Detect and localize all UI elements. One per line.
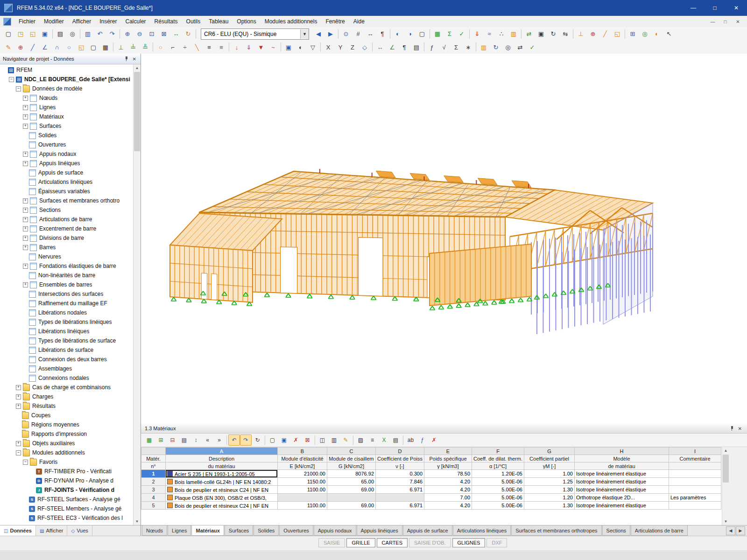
chevron-down-icon[interactable]: ▼ <box>300 29 309 39</box>
member-set-button[interactable]: ≡ <box>215 41 227 53</box>
tree-item-types-de-liberations-de-surface[interactable]: Types de libérations de surface <box>0 336 133 345</box>
tree-item-ouvertures[interactable]: Ouvertures <box>0 140 133 149</box>
cell-shear[interactable]: 8076.92 <box>327 470 376 478</box>
tree-item-divisions-de-barre[interactable]: +Divisions de barre <box>0 233 133 243</box>
cell-description[interactable]: Plaque OSB (EN 300), OSB/2 et OSB/3, <box>166 494 278 502</box>
cell-dilatation[interactable]: 1.20E-05 <box>472 470 524 478</box>
dimensions-button[interactable]: ↔ <box>364 28 376 40</box>
tree-item-ensembles-de-barres[interactable]: +Ensembles de barres <box>0 280 133 289</box>
menu-inserer[interactable]: Insérer <box>95 16 121 27</box>
scroll-down-icon[interactable]: ▼ <box>134 518 141 525</box>
cell-partial-factor[interactable]: 1.30 <box>524 502 575 510</box>
cell-comment[interactable] <box>669 502 721 510</box>
tab-scroll-left-button[interactable]: ◀ <box>726 526 735 535</box>
jump-first-button[interactable]: « <box>202 434 213 446</box>
calculate-all-button[interactable]: Σ <box>444 28 456 40</box>
redo-button[interactable]: ↷ <box>106 28 118 40</box>
tree-item-sections[interactable]: +Sections <box>0 205 133 215</box>
load-surface-button[interactable]: ▼ <box>255 41 267 53</box>
measure-angle-button[interactable]: ∠ <box>386 41 398 53</box>
tree-item-articulations-lineiques[interactable]: Articulations linéiques <box>0 177 133 187</box>
column-filter-button[interactable]: ▥ <box>328 434 340 446</box>
cell-comment[interactable] <box>669 478 721 486</box>
tree-item-articulations-de-barre[interactable]: +Articulations de barre <box>0 215 133 224</box>
cell-comment[interactable] <box>669 486 721 494</box>
mirror-object-button[interactable]: ⇆ <box>559 28 571 40</box>
tree-item-connexion-des-deux-barres[interactable]: Connexion des deux barres <box>0 355 133 364</box>
tree-expander-icon[interactable]: + <box>23 236 28 241</box>
tree-expander-icon[interactable]: + <box>23 198 28 203</box>
new-surface-button[interactable]: ◱ <box>75 41 87 53</box>
tree-item-liberations-lineiques[interactable]: Libérations linéiques <box>0 327 133 336</box>
sheet-tab-solides[interactable]: Solides <box>254 525 279 536</box>
tree-expander-icon[interactable]: + <box>16 441 21 446</box>
cell-weight[interactable]: 7.00 <box>424 494 472 502</box>
tree-expander-icon[interactable]: + <box>23 161 28 166</box>
navigator-tab-vues[interactable]: ◇Vues <box>67 525 92 536</box>
cell-poisson[interactable]: 6.971 <box>376 502 424 510</box>
load-nodal-button[interactable]: ↓ <box>231 41 243 53</box>
status-toggle-glignes[interactable]: GLIGNES <box>452 538 486 547</box>
filter-selection-button[interactable]: ▽ <box>307 41 319 53</box>
open-file-button[interactable]: ◳ <box>14 28 27 40</box>
tree-item-appuis-lineiques[interactable]: +Appuis linéiques <box>0 159 133 168</box>
row-number-cell[interactable]: 5 <box>141 502 166 510</box>
column-letter-f[interactable]: F <box>472 448 524 455</box>
invert-selection-button[interactable]: ◐ <box>295 41 307 53</box>
generate-mesh-button[interactable]: ▦ <box>431 28 444 40</box>
tree-expander-icon[interactable]: + <box>23 124 28 129</box>
cell-partial-factor[interactable]: 1.30 <box>524 486 575 494</box>
tree-item-objets-auxiliaires[interactable]: +Objets auxiliaires <box>0 439 133 448</box>
cell-weight[interactable]: 4.20 <box>424 502 472 510</box>
cell-dilatation[interactable]: 5.00E-06 <box>472 486 524 494</box>
new-polyline-button[interactable]: ∠ <box>39 41 51 53</box>
new-node-button[interactable]: ⊕ <box>14 41 27 53</box>
cell-model[interactable]: Isotrope linéairement élastique <box>575 486 669 494</box>
sheet-tab-surfaces[interactable]: Surfaces <box>225 525 253 536</box>
rib-tool-button[interactable]: ≡ <box>203 41 215 53</box>
jump-forward-button[interactable]: ↷ <box>240 434 252 446</box>
tree-item-intersections-des-surfaces[interactable]: Intersections des surfaces <box>0 289 133 299</box>
cell-description[interactable]: Bois lamellé-collé GL24h | NF EN 14080:2 <box>166 478 278 486</box>
insert-table-row-button[interactable]: ⊞ <box>155 434 167 446</box>
hinge-tool-button[interactable]: ○ <box>155 41 167 53</box>
tree-item-coupes[interactable]: Coupes <box>0 411 133 420</box>
print-table-button[interactable]: ▤ <box>390 434 402 446</box>
menu-outils[interactable]: Outils <box>182 16 205 27</box>
tree-expander-icon[interactable]: − <box>16 450 21 455</box>
find-text-button[interactable]: ab <box>405 434 416 446</box>
tree-item-assemblages[interactable]: Assemblages <box>0 364 133 373</box>
select-block-button[interactable]: ▣ <box>278 434 290 446</box>
display-settings-button[interactable]: ◎ <box>502 41 514 53</box>
model-viewport[interactable] <box>141 54 747 424</box>
measure-button[interactable]: ↔ <box>374 41 386 53</box>
cell-shear[interactable]: 69.00 <box>327 486 376 494</box>
menu-afficher[interactable]: Afficher <box>68 16 95 27</box>
tab-scroll-right-button[interactable]: ▶ <box>736 526 745 535</box>
tree-item-rf-dynam-pro-analyse-d[interactable]: DRF-DYNAM Pro - Analyse d <box>0 476 133 485</box>
connect-members-button[interactable]: ⊥ <box>575 28 587 40</box>
navigator-tab-donnees[interactable]: ◫Données <box>0 525 36 536</box>
view-z-button[interactable]: Z <box>346 41 359 53</box>
tree-expander-icon[interactable]: + <box>23 217 28 222</box>
visibility-button[interactable]: ◐ <box>392 28 404 40</box>
tree-item-solides[interactable]: Solides <box>0 131 133 140</box>
select-object-button[interactable]: ⊙ <box>340 28 352 40</box>
tree-expander-icon[interactable]: − <box>16 86 21 91</box>
copy-button[interactable]: ▥ <box>82 28 94 40</box>
cell-partial-factor[interactable]: 1.00 <box>524 470 575 478</box>
tree-item-materiaux[interactable]: +Matériaux <box>0 112 133 121</box>
numbering-button[interactable]: # <box>352 28 364 40</box>
sheet-tab-articulations-de-barre[interactable]: Articulations de barre <box>631 525 688 536</box>
function-fx-button[interactable]: ƒ <box>416 434 428 446</box>
model-3d-view[interactable] <box>141 54 747 424</box>
support-linear-button[interactable]: ╧ <box>127 41 139 53</box>
mdi-minimize-button[interactable]: — <box>706 17 719 26</box>
jump-last-button[interactable]: » <box>213 434 225 446</box>
row-number-cell[interactable]: 2 <box>141 478 166 486</box>
menu-aide[interactable]: Aide <box>349 16 369 27</box>
column-letter-i[interactable]: I <box>669 448 721 455</box>
swap-view-button[interactable]: ⇄ <box>514 41 526 53</box>
sort-rows-button[interactable]: ↕ <box>190 434 202 446</box>
navigator-tab-afficher[interactable]: ▤Afficher <box>36 525 68 536</box>
